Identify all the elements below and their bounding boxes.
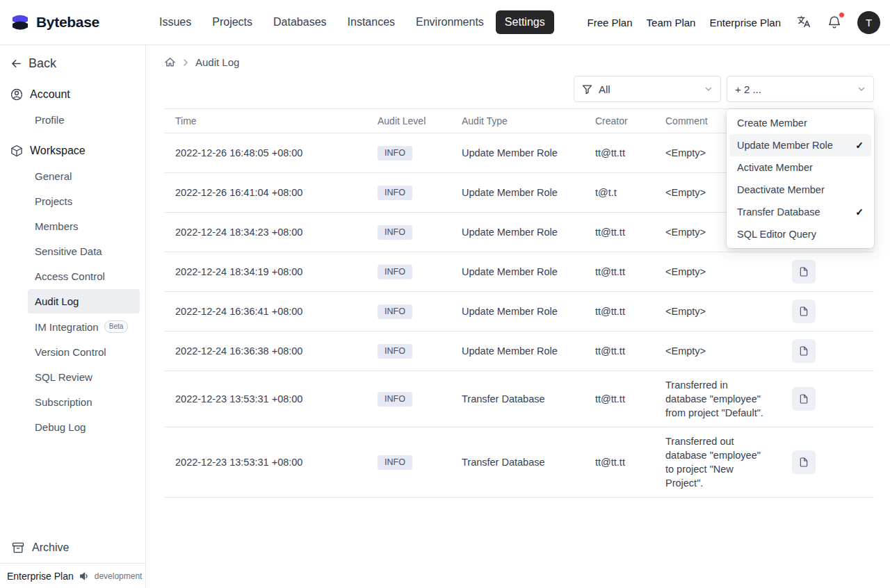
filter-bar: All + 2 ... [164, 76, 874, 102]
translate-icon[interactable] [796, 15, 811, 30]
view-detail-button[interactable] [792, 387, 816, 411]
export-log-icon [798, 457, 809, 468]
cell-time: 2022-12-26 16:41:04 +08:00 [164, 173, 366, 213]
sidebar-item-im-integration[interactable]: IM IntegrationBeta [28, 314, 140, 339]
avatar-letter: T [866, 17, 872, 28]
col-header-audit-type: Audit Type [451, 109, 584, 133]
plan-links: Free PlanTeam PlanEnterprise Plan [588, 17, 781, 28]
archive-icon [11, 541, 25, 555]
level-badge: INFO [378, 265, 412, 279]
menu-item-create-member[interactable]: Create Member [729, 112, 871, 134]
sidebar-item-archive[interactable]: Archive [0, 532, 145, 563]
level-badge: INFO [378, 225, 412, 240]
chevron-down-icon [857, 85, 866, 93]
settings-sidebar: Back AccountProfileWorkspaceGeneralProje… [0, 45, 146, 588]
audit-type-select[interactable]: + 2 ... [727, 76, 874, 102]
col-header-time: Time [164, 109, 366, 133]
plan-link-free-plan[interactable]: Free Plan [588, 17, 633, 28]
archive-label: Archive [32, 541, 69, 554]
chevron-down-icon [704, 85, 713, 93]
sidebar-item-audit-log[interactable]: Audit Log [28, 289, 140, 313]
cell-time: 2022-12-24 16:36:38 +08:00 [164, 332, 366, 371]
plan-link-enterprise-plan[interactable]: Enterprise Plan [709, 17, 781, 28]
col-header-audit-level: Audit Level [366, 109, 451, 133]
export-log-icon [798, 266, 809, 277]
sidebar-item-general[interactable]: General [28, 164, 140, 188]
cell-audit-type: Transfer Database [451, 427, 584, 498]
sidebar-item-debug-log[interactable]: Debug Log [28, 415, 140, 439]
export-log-icon [798, 306, 809, 317]
view-detail-button[interactable] [792, 300, 816, 323]
back-button[interactable]: Back [0, 51, 145, 76]
cell-audit-level: INFO [366, 252, 451, 292]
sidebar-item-projects[interactable]: Projects [28, 189, 140, 213]
menu-item-activate-member[interactable]: Activate Member [729, 156, 871, 179]
level-badge: INFO [378, 344, 412, 359]
notification-dot [839, 12, 845, 18]
view-detail-button[interactable] [792, 339, 816, 363]
menu-item-sql-editor-query[interactable]: SQL Editor Query [729, 223, 871, 245]
plan-link-team-plan[interactable]: Team Plan [647, 17, 696, 28]
sidebar-section-title: Workspace [30, 145, 86, 157]
cell-comment: <Empty> [654, 292, 781, 332]
nav-item-settings[interactable]: Settings [496, 10, 554, 34]
table-row: 2022-12-24 18:34:19 +08:00INFOUpdate Mem… [164, 252, 874, 292]
back-arrow-icon [10, 57, 23, 70]
view-detail-button[interactable] [792, 260, 816, 284]
level-badge: INFO [378, 304, 412, 319]
check-icon: ✓ [855, 140, 864, 151]
cell-time: 2022-12-26 16:48:05 +08:00 [164, 133, 366, 173]
main-content: Audit Log All + 2 ... [146, 45, 890, 588]
col-header-creator: Creator [584, 109, 654, 133]
notification-bell-icon[interactable] [827, 15, 842, 30]
cell-creator: tt@tt.tt [584, 371, 654, 427]
level-badge: INFO [378, 186, 412, 200]
menu-item-deactivate-member[interactable]: Deactivate Member [729, 179, 871, 201]
audit-level-select[interactable]: All [574, 76, 721, 102]
nav-item-instances[interactable]: Instances [339, 10, 404, 34]
cell-creator: t@t.t [584, 173, 654, 213]
workspace-icon [10, 144, 24, 158]
nav-item-databases[interactable]: Databases [264, 10, 336, 34]
cell-audit-level: INFO [366, 332, 451, 371]
cell-audit-level: INFO [366, 371, 451, 427]
sidebar-item-profile[interactable]: Profile [28, 108, 140, 132]
bytebase-logo[interactable]: Bytebase [10, 12, 146, 33]
level-badge: INFO [378, 455, 412, 470]
cell-audit-level: INFO [366, 292, 451, 332]
nav-item-projects[interactable]: Projects [203, 10, 261, 34]
cell-time: 2022-12-23 13:53:31 +08:00 [164, 371, 366, 427]
cell-creator: tt@tt.tt [584, 213, 654, 252]
check-icon: ✓ [855, 206, 864, 218]
avatar[interactable]: T [857, 11, 880, 34]
sidebar-item-sql-review[interactable]: SQL Review [28, 365, 140, 389]
menu-item-label: Activate Member [737, 162, 813, 173]
home-icon[interactable] [164, 56, 176, 68]
breadcrumb-current: Audit Log [195, 56, 239, 68]
sidebar-item-version-control[interactable]: Version Control [28, 340, 140, 364]
cell-creator: tt@tt.tt [584, 292, 654, 332]
sidebar-item-access-control[interactable]: Access Control [28, 264, 140, 288]
table-row: 2022-12-23 13:53:31 +08:00INFOTransfer D… [164, 371, 874, 427]
main-nav: IssuesProjectsDatabasesInstancesEnvironm… [150, 10, 554, 34]
back-label: Back [29, 56, 56, 71]
sidebar-item-sensitive-data[interactable]: Sensitive Data [28, 239, 140, 263]
cell-actions [781, 427, 874, 498]
sidebar-item-members[interactable]: Members [28, 214, 140, 238]
navbar-right: Free PlanTeam PlanEnterprise Plan T [588, 11, 880, 34]
table-row: 2022-12-23 13:53:31 +08:00INFOTransfer D… [164, 427, 874, 498]
view-detail-button[interactable] [792, 450, 816, 474]
nav-item-environments[interactable]: Environments [407, 10, 493, 34]
chevron-right-icon [182, 58, 189, 67]
cell-comment: Transferred out database "employee" to p… [654, 427, 781, 498]
speaker-icon[interactable] [79, 571, 90, 582]
top-navbar: Bytebase IssuesProjectsDatabasesInstance… [0, 0, 890, 45]
nav-item-issues[interactable]: Issues [150, 10, 200, 34]
cell-audit-type: Update Member Role [451, 213, 584, 252]
export-log-icon [798, 393, 809, 405]
menu-item-update-member-role[interactable]: Update Member Role✓ [729, 134, 871, 156]
audit-level-value: All [599, 83, 610, 95]
sidebar-item-subscription[interactable]: Subscription [28, 390, 140, 414]
level-badge: INFO [378, 392, 412, 407]
menu-item-transfer-database[interactable]: Transfer Database✓ [729, 201, 871, 223]
